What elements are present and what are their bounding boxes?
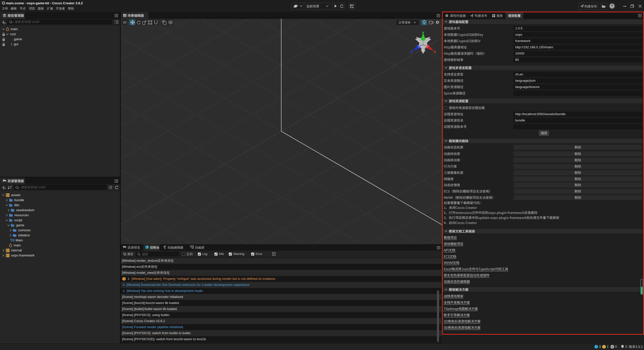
svg-text:Y: Y — [422, 31, 424, 35]
svg-text:?: ? — [611, 4, 613, 8]
svg-text:X: X — [433, 50, 436, 54]
svg-text:i: i — [596, 345, 597, 348]
svg-text:Z: Z — [411, 50, 413, 54]
